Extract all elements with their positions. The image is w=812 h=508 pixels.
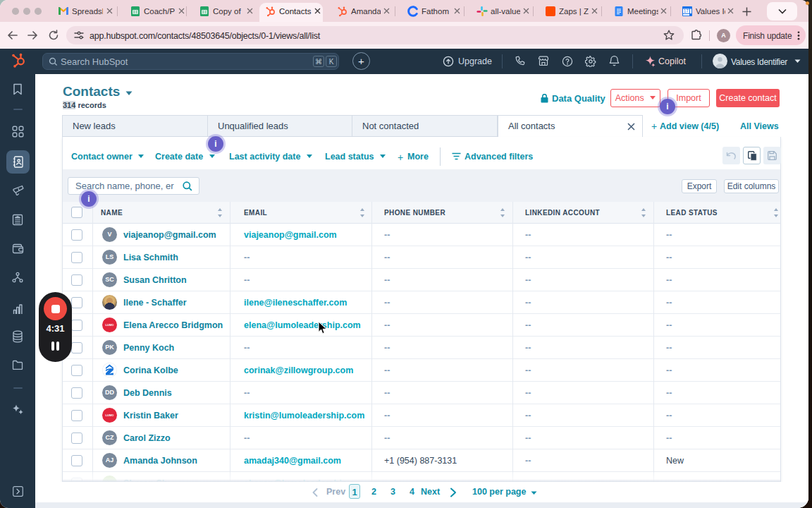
svg-text:17: 17: [684, 8, 689, 13]
